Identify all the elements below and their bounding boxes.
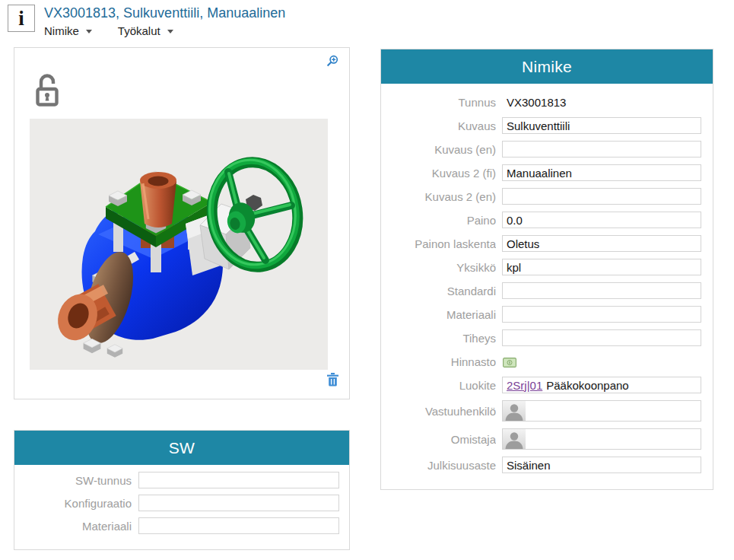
field-label: Standardi: [381, 285, 496, 298]
field-label: Omistaja: [381, 433, 496, 446]
field-row-omistaja: Omistaja: [381, 428, 701, 450]
omistaja-field: [502, 428, 701, 450]
nimike-panel: Nimike Tunnus VX3001813 Kuvaus Kuvaus (e…: [380, 49, 713, 490]
yksikko-input[interactable]: [502, 259, 701, 275]
field-row-paino: Paino: [381, 212, 701, 228]
field-row-kuvaus2-fi: Kuvaus 2 (fi): [381, 164, 701, 181]
field-row-kuvaus2-en: Kuvaus 2 (en): [381, 188, 701, 205]
field-label: Kuvaus 2 (fi): [381, 167, 496, 180]
field-row-tiheys: Tiheys: [381, 329, 701, 346]
tiheys-input[interactable]: [502, 329, 701, 346]
field-row-luokite: Luokite 2Srj|01 Pääkokoonpano: [381, 377, 701, 393]
kuvaus2-fi-input[interactable]: [502, 164, 701, 181]
field-row-standardi: Standardi: [381, 282, 701, 299]
field-label: Tiheys: [381, 332, 496, 345]
unlocked-padlock-icon: [34, 71, 60, 107]
painon-laskenta-input[interactable]: [502, 235, 701, 252]
sw-tunnus-input[interactable]: [138, 472, 339, 488]
page-header: i VX3001813, Sulkuventtiili, Manuaalinen…: [8, 5, 285, 37]
omistaja-input[interactable]: [526, 429, 701, 449]
tunnus-value: VX3001813: [502, 96, 566, 109]
paino-input[interactable]: [502, 212, 701, 228]
kuvaus-en-input[interactable]: [502, 141, 701, 158]
menu-tyokalut-label: Työkalut: [118, 24, 160, 37]
sw-panel-title: SW: [14, 431, 349, 465]
field-label: Painon laskenta: [381, 237, 496, 250]
delete-image-icon[interactable]: [327, 373, 338, 387]
field-label: Yksikkö: [381, 261, 496, 274]
field-label: Kuvaus: [381, 119, 496, 132]
field-row-hinnasto: Hinnasto: [381, 353, 701, 370]
field-row-materiaali: Materiaali: [381, 306, 701, 323]
info-glyph: i: [18, 7, 24, 30]
sw-panel: SW SW-tunnus Konfiguraatio Materiaali: [14, 430, 350, 550]
luokite-description: Pääkokoonpano: [546, 379, 628, 392]
field-label: Materiaali: [14, 520, 132, 533]
item-type-icon: i: [8, 5, 35, 32]
kuvaus2-en-input[interactable]: [502, 188, 701, 205]
julkisuusaste-input[interactable]: [502, 457, 701, 473]
field-row-kuvaus-en: Kuvaus (en): [381, 141, 701, 158]
field-label: Paino: [381, 214, 496, 227]
field-label: Luokite: [381, 379, 496, 392]
field-row-kuvaus: Kuvaus: [381, 117, 701, 134]
field-row-konfiguraatio: Konfiguraatio: [14, 495, 339, 511]
field-label: Julkisuusaste: [381, 459, 496, 472]
field-label: Hinnasto: [381, 355, 496, 368]
price-list-icon[interactable]: [503, 357, 516, 367]
preview-panel: [14, 47, 350, 399]
chevron-down-icon: [167, 30, 173, 33]
field-label: Tunnus: [381, 96, 496, 109]
field-row-vastuuhenkilo: Vastuuhenkilö: [381, 400, 701, 422]
page-title: VX3001813, Sulkuventtiili, Manuaalinen: [44, 5, 285, 22]
luokite-field: 2Srj|01 Pääkokoonpano: [502, 377, 701, 393]
menu-nimike-label: Nimike: [44, 24, 79, 37]
menu-nimike[interactable]: Nimike: [44, 24, 92, 37]
standardi-input[interactable]: [502, 282, 701, 299]
materiaali-input[interactable]: [502, 306, 701, 323]
field-label: Kuvaus 2 (en): [381, 190, 496, 203]
person-avatar-icon: [503, 429, 526, 449]
nimike-panel-title: Nimike: [381, 49, 713, 84]
field-row-sw-tunnus: SW-tunnus: [14, 472, 339, 488]
konfiguraatio-input[interactable]: [138, 495, 339, 511]
zoom-in-icon[interactable]: [326, 55, 338, 67]
person-avatar-icon: [503, 401, 526, 421]
vastuuhenkilo-input[interactable]: [526, 401, 701, 421]
sw-materiaali-input[interactable]: [138, 517, 339, 534]
field-row-sw-materiaali: Materiaali: [14, 517, 339, 534]
menu-tyokalut[interactable]: Työkalut: [118, 24, 173, 37]
vastuuhenkilo-field: [502, 400, 701, 422]
model-preview-image[interactable]: [30, 119, 328, 370]
field-row-painon-laskenta: Painon laskenta: [381, 235, 701, 252]
field-label: Konfiguraatio: [14, 497, 132, 510]
menu-bar: Nimike Työkalut: [44, 24, 285, 37]
kuvaus-input[interactable]: [502, 117, 701, 134]
field-label: Vastuuhenkilö: [381, 405, 496, 418]
field-row-yksikko: Yksikkö: [381, 259, 701, 275]
field-row-tunnus: Tunnus VX3001813: [381, 94, 701, 110]
field-label: SW-tunnus: [14, 474, 132, 487]
field-label: Materiaali: [381, 308, 496, 321]
field-label: Kuvaus (en): [381, 143, 496, 156]
luokite-link[interactable]: 2Srj|01: [507, 379, 542, 392]
field-row-julkisuusaste: Julkisuusaste: [381, 457, 701, 473]
chevron-down-icon: [86, 30, 92, 33]
valve-3d-render: [30, 119, 328, 370]
